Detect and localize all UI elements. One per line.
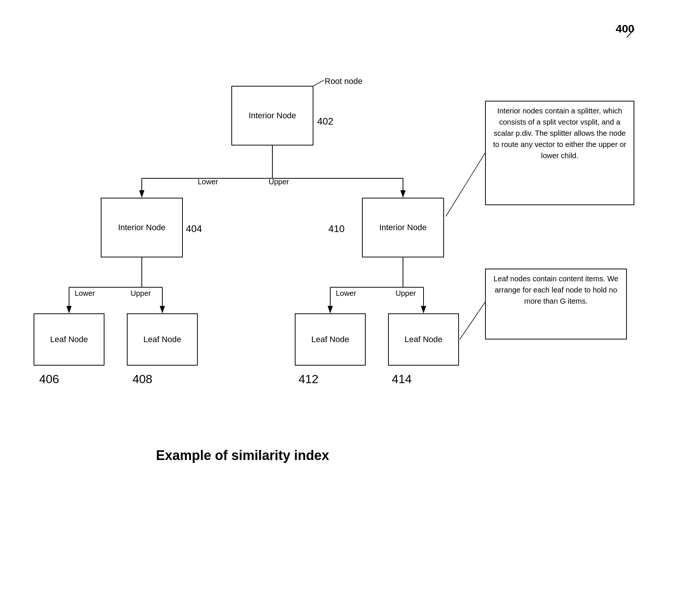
leaf-node-4-label: Leaf Node xyxy=(404,335,443,344)
interior-callout: Interior nodes contain a splitter, which… xyxy=(485,101,634,205)
right-interior-node-label: Interior Node xyxy=(379,223,426,232)
leaf-node-3-label: Leaf Node xyxy=(311,335,349,344)
leaf-node-2-label: Leaf Node xyxy=(143,335,181,344)
lower-edge-label-1: Lower xyxy=(198,178,218,186)
figure-label: 400 xyxy=(616,22,634,35)
leaf-node-2-id: 408 xyxy=(132,372,152,386)
lower-edge-label-2: Lower xyxy=(75,289,95,298)
upper-edge-label-1: Upper xyxy=(269,178,289,186)
leaf-node-4: Leaf Node xyxy=(388,313,459,366)
upper-edge-label-3: Upper xyxy=(396,289,416,298)
leaf-node-1-label: Leaf Node xyxy=(50,335,88,344)
root-node-label: Interior Node xyxy=(249,111,296,120)
diagram-title: Example of similarity index xyxy=(75,448,410,463)
svg-line-21 xyxy=(446,153,485,216)
upper-edge-label-2: Upper xyxy=(131,289,151,298)
leaf-node-1-id: 406 xyxy=(39,372,59,386)
left-interior-node-id: 404 xyxy=(186,223,202,235)
right-interior-node: Interior Node xyxy=(362,198,444,257)
svg-line-22 xyxy=(460,302,485,339)
right-interior-node-id: 410 xyxy=(328,223,344,235)
leaf-node-3: Leaf Node xyxy=(295,313,366,366)
leaf-callout: Leaf nodes contain content items. We arr… xyxy=(485,269,627,339)
diagram-container: 400 Interior Node 402 Interior Node 404 … xyxy=(0,0,700,601)
svg-line-2 xyxy=(313,80,324,86)
leaf-node-2: Leaf Node xyxy=(127,313,198,366)
left-interior-node: Interior Node xyxy=(101,198,183,257)
leaf-callout-text: Leaf nodes contain content items. We arr… xyxy=(494,275,618,305)
leaf-node-4-id: 414 xyxy=(392,372,412,386)
root-node-annotation: Root node xyxy=(325,76,363,86)
leaf-node-1: Leaf Node xyxy=(34,313,104,366)
lower-edge-label-3: Lower xyxy=(336,289,356,298)
root-node-id: 402 xyxy=(317,116,333,127)
root-node: Interior Node xyxy=(231,86,313,145)
leaf-node-3-id: 412 xyxy=(299,372,318,386)
interior-callout-text: Interior nodes contain a splitter, which… xyxy=(493,107,626,160)
left-interior-node-label: Interior Node xyxy=(118,223,165,232)
